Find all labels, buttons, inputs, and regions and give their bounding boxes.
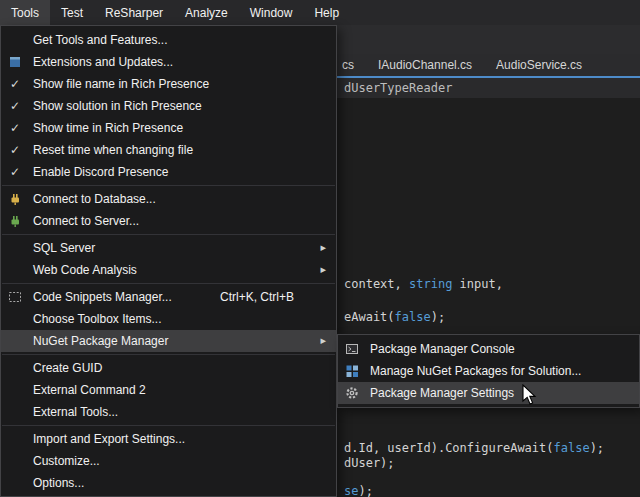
menu-item-web-code-analysis[interactable]: Web Code Analysis ▸: [1, 259, 336, 281]
menu-item-label: NuGet Package Manager: [33, 334, 168, 348]
code-line: context, string input,: [344, 277, 503, 291]
tab-iaudiochannel-cs[interactable]: IAudioChannel.cs: [367, 54, 483, 76]
checkmark-icon: ✓: [10, 78, 20, 90]
extensions-icon: [7, 54, 23, 70]
tab-partial-cs[interactable]: cs: [338, 54, 365, 76]
menu-item-label: Choose Toolbox Items...: [33, 312, 162, 326]
menu-separator: [2, 283, 335, 284]
code-line: se);: [344, 484, 373, 497]
menu-item-enable-discord[interactable]: ✓ Enable Discord Presence: [1, 161, 336, 183]
checkmark-icon: ✓: [10, 100, 20, 112]
code-snippets-icon: [7, 289, 23, 305]
menu-item-show-file-name[interactable]: ✓ Show file name in Rich Presence: [1, 73, 336, 95]
submenu-arrow-icon: ▸: [320, 335, 326, 346]
menu-item-extensions-updates[interactable]: Extensions and Updates...: [1, 51, 336, 73]
menu-item-show-solution[interactable]: ✓ Show solution in Rich Presence: [1, 95, 336, 117]
menubar-item-tools[interactable]: Tools: [0, 0, 50, 25]
menubar-item-analyze[interactable]: Analyze: [174, 0, 239, 25]
menu-separator: [2, 185, 335, 186]
submenu-arrow-icon: ▸: [320, 242, 326, 253]
menu-item-nuget-package-manager[interactable]: NuGet Package Manager ▸: [1, 330, 336, 352]
menu-item-label: Package Manager Settings: [370, 386, 514, 400]
menu-item-label: Create GUID: [33, 361, 102, 375]
menu-item-connect-database[interactable]: Connect to Database...: [1, 188, 336, 210]
tab-audioservice-cs[interactable]: AudioService.cs: [485, 54, 593, 76]
menu-item-customize[interactable]: Customize...: [1, 450, 336, 472]
menu-item-sql-server[interactable]: SQL Server ▸: [1, 237, 336, 259]
menu-item-external-tools[interactable]: External Tools...: [1, 401, 336, 423]
submenu-item-manage-nuget-packages[interactable]: Manage NuGet Packages for Solution...: [338, 360, 639, 382]
menu-separator: [2, 425, 335, 426]
menu-item-label: Web Code Analysis: [33, 263, 137, 277]
menu-item-label: Code Snippets Manager...: [33, 290, 172, 304]
menu-item-reset-time[interactable]: ✓ Reset time when changing file: [1, 139, 336, 161]
gear-icon: [344, 385, 360, 401]
menu-separator: [2, 354, 335, 355]
menu-item-label: Extensions and Updates...: [33, 55, 173, 69]
vs-window: Tools Test ReSharper Analyze Window Help…: [0, 0, 640, 497]
tools-menu: Get Tools and Features... Extensions and…: [0, 25, 337, 497]
database-plug-icon: [7, 191, 23, 207]
menu-separator: [2, 234, 335, 235]
menu-bar: Tools Test ReSharper Analyze Window Help: [0, 0, 640, 25]
checkmark-icon: ✓: [10, 144, 20, 156]
menubar-item-help[interactable]: Help: [303, 0, 350, 25]
menu-item-label: Connect to Server...: [33, 214, 139, 228]
menu-item-choose-toolbox-items[interactable]: Choose Toolbox Items...: [1, 308, 336, 330]
navigation-bar-text: dUserTypeReader: [344, 81, 452, 95]
menu-item-create-guid[interactable]: Create GUID: [1, 357, 336, 379]
manage-packages-icon: [344, 363, 360, 379]
menu-item-options[interactable]: Options...: [1, 472, 336, 494]
checkmark-icon: ✓: [10, 122, 20, 134]
nuget-submenu: Package Manager Console Manage NuGet Pac…: [337, 334, 640, 408]
code-line: eAwait(false);: [344, 310, 445, 324]
console-icon: [344, 341, 360, 357]
submenu-arrow-icon: ▸: [320, 264, 326, 275]
menu-item-label: Get Tools and Features...: [33, 33, 168, 47]
menu-item-label: Customize...: [33, 454, 100, 468]
menu-item-label: Package Manager Console: [370, 342, 515, 356]
checkmark-icon: ✓: [10, 166, 20, 178]
code-line: dUser);: [344, 456, 395, 470]
menu-item-label: Show time in Rich Presence: [33, 121, 183, 135]
menu-item-label: External Tools...: [33, 405, 118, 419]
menu-item-label: Connect to Database...: [33, 192, 156, 206]
menubar-item-window[interactable]: Window: [239, 0, 304, 25]
menu-item-code-snippets-manager[interactable]: Code Snippets Manager... Ctrl+K, Ctrl+B: [1, 286, 336, 308]
menu-item-connect-server[interactable]: Connect to Server...: [1, 210, 336, 232]
menu-item-label: Manage NuGet Packages for Solution...: [370, 364, 581, 378]
menubar-item-test[interactable]: Test: [50, 0, 94, 25]
menu-item-get-tools[interactable]: Get Tools and Features...: [1, 29, 336, 51]
menu-item-label: Reset time when changing file: [33, 143, 193, 157]
menu-item-label: External Command 2: [33, 383, 146, 397]
menu-item-label: Options...: [33, 476, 84, 490]
menu-item-import-export-settings[interactable]: Import and Export Settings...: [1, 428, 336, 450]
menu-item-external-command-2[interactable]: External Command 2: [1, 379, 336, 401]
submenu-item-package-manager-console[interactable]: Package Manager Console: [338, 338, 639, 360]
menu-item-shortcut: Ctrl+K, Ctrl+B: [220, 290, 294, 304]
menu-item-label: Show file name in Rich Presence: [33, 77, 209, 91]
menu-item-show-time[interactable]: ✓ Show time in Rich Presence: [1, 117, 336, 139]
menu-item-label: Import and Export Settings...: [33, 432, 185, 446]
server-plug-icon: [7, 213, 23, 229]
menubar-item-resharper[interactable]: ReSharper: [94, 0, 174, 25]
menu-item-label: Enable Discord Presence: [33, 165, 168, 179]
submenu-item-package-manager-settings[interactable]: Package Manager Settings: [338, 382, 639, 404]
menu-item-label: Show solution in Rich Presence: [33, 99, 202, 113]
menu-item-label: SQL Server: [33, 241, 95, 255]
code-line: d.Id, userId).ConfigureAwait(false);: [344, 441, 604, 455]
